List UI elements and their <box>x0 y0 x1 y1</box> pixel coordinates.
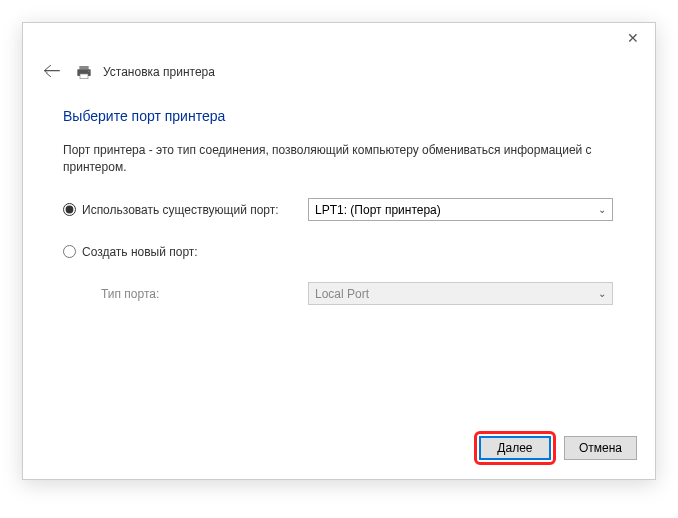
wizard-window: ✕ 🡠 Установка принтера Выберите порт при… <box>22 22 656 480</box>
svg-point-3 <box>88 70 89 71</box>
radio-create-label: Создать новый порт: <box>82 245 198 259</box>
page-title: Выберите порт принтера <box>63 108 615 124</box>
port-type-select: Local Port ⌄ <box>308 282 613 305</box>
printer-icon <box>75 64 93 80</box>
wizard-footer: Далее Отмена <box>474 431 637 465</box>
radio-existing-input[interactable] <box>63 203 76 216</box>
wizard-header: 🡠 Установка принтера <box>23 53 655 84</box>
back-button[interactable]: 🡠 <box>39 59 65 84</box>
port-type-value: Local Port <box>315 287 369 301</box>
highlight-annotation: Далее <box>474 431 556 465</box>
radio-existing-port[interactable]: Использовать существующий порт: <box>63 203 308 217</box>
wizard-content: Выберите порт принтера Порт принтера - э… <box>23 84 655 306</box>
titlebar: ✕ <box>23 23 655 53</box>
chevron-down-icon: ⌄ <box>598 204 606 215</box>
option-create-port-row: Создать новый порт: <box>63 240 615 264</box>
next-button[interactable]: Далее <box>479 436 551 460</box>
option-existing-port-row: Использовать существующий порт: LPT1: (П… <box>63 198 615 222</box>
svg-rect-2 <box>80 74 88 79</box>
close-button[interactable]: ✕ <box>619 28 647 48</box>
radio-create-input[interactable] <box>63 245 76 258</box>
radio-existing-label: Использовать существующий порт: <box>82 203 279 217</box>
svg-rect-0 <box>79 66 88 69</box>
page-description: Порт принтера - это тип соединения, позв… <box>63 142 615 176</box>
radio-create-port[interactable]: Создать новый порт: <box>63 245 308 259</box>
existing-port-select[interactable]: LPT1: (Порт принтера) ⌄ <box>308 198 613 221</box>
existing-port-value: LPT1: (Порт принтера) <box>315 203 441 217</box>
chevron-down-icon: ⌄ <box>598 288 606 299</box>
port-type-row: Тип порта: Local Port ⌄ <box>63 282 615 306</box>
wizard-title: Установка принтера <box>103 65 215 79</box>
port-type-label: Тип порта: <box>101 287 308 301</box>
cancel-button[interactable]: Отмена <box>564 436 637 460</box>
